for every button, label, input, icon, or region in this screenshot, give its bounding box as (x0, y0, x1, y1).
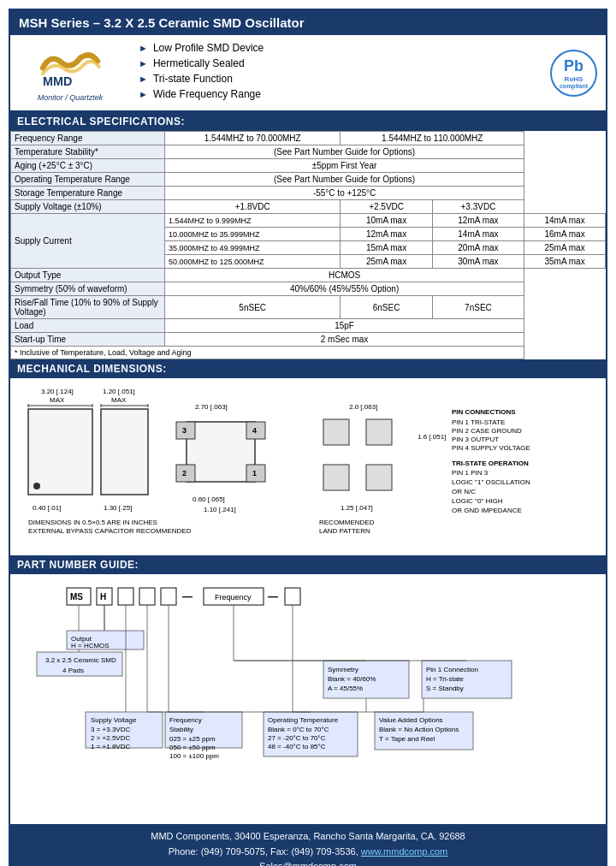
svg-rect-34 (323, 465, 349, 490)
svg-rect-56 (118, 588, 133, 605)
svg-text:OR N/C: OR N/C (452, 488, 476, 495)
svg-rect-11 (28, 409, 92, 495)
mmd-logo: MMD (36, 44, 104, 92)
svg-text:025 = ±25 ppm: 025 = ±25 ppm (169, 735, 216, 743)
bullet-icon: ► (139, 43, 148, 53)
svg-text:Stability: Stability (169, 726, 193, 733)
svg-text:1.6 [.051]: 1.6 [.051] (418, 433, 446, 441)
table-row: Symmetry (50% of waveform) 40%/60% (45%/… (11, 282, 606, 296)
svg-text:1 = +1.8VDC: 1 = +1.8VDC (91, 743, 130, 750)
svg-text:27 = -20°C to 70°C: 27 = -20°C to 70°C (268, 734, 326, 742)
svg-text:PIN 3    OUTPUT: PIN 3 OUTPUT (452, 436, 499, 443)
svg-text:Supply Voltage: Supply Voltage (91, 716, 137, 724)
svg-text:LOGIC "0"    HIGH: LOGIC "0" HIGH (452, 497, 503, 505)
pb-rohs-badge: Pb RoHS compliant (550, 50, 597, 97)
svg-text:MMD: MMD (43, 74, 72, 87)
table-row-note: * Inclusive of Temperature, Load, Voltag… (11, 347, 606, 359)
svg-text:1.20 [.051]: 1.20 [.051] (103, 388, 135, 395)
svg-text:DIMENSIONS IN 0.5×0.5 ARE IN I: DIMENSIONS IN 0.5×0.5 ARE IN INCHES (28, 519, 157, 526)
svg-text:—: — (268, 590, 278, 602)
svg-text:1.30 [.25]: 1.30 [.25] (104, 504, 132, 512)
svg-text:H = Tri-state: H = Tri-state (426, 675, 464, 683)
svg-text:1: 1 (252, 469, 257, 477)
svg-text:PIN 4    SUPPLY VOLTAGE: PIN 4 SUPPLY VOLTAGE (452, 444, 530, 452)
svg-text:0.60 [.065]: 0.60 [.065] (192, 495, 225, 503)
svg-text:PIN 1         PIN 3: PIN 1 PIN 3 (452, 469, 489, 477)
svg-text:LAND PATTERN: LAND PATTERN (319, 527, 370, 535)
svg-text:PIN 2    CASE GROUND: PIN 2 CASE GROUND (452, 427, 522, 435)
svg-text:Pin 1 Connection: Pin 1 Connection (426, 666, 478, 673)
svg-rect-33 (366, 419, 392, 445)
svg-text:Symmetry: Symmetry (328, 666, 358, 673)
svg-text:3.2 x 2.5 Ceramic SMD: 3.2 x 2.5 Ceramic SMD (45, 656, 116, 664)
svg-text:H: H (100, 592, 106, 602)
svg-text:Blank = No Action Options: Blank = No Action Options (379, 726, 459, 733)
company-email: Sales@mmdcomp.com (14, 859, 602, 866)
svg-text:—: — (182, 590, 192, 602)
table-row: Storage Temperature Range -55°C to +125°… (11, 187, 606, 200)
bullet-icon: ► (139, 89, 148, 99)
svg-text:RECOMMENDED: RECOMMENDED (319, 519, 375, 526)
svg-text:A = 45/55%: A = 45/55% (328, 685, 363, 692)
svg-rect-63 (285, 588, 300, 605)
footer-bar: MMD Components, 30400 Esperanza, Rancho … (10, 824, 606, 866)
svg-text:PIN CONNECTIONS: PIN CONNECTIONS (452, 408, 516, 416)
electrical-section-header: ELECTRICAL SPECIFICATIONS: (10, 112, 606, 131)
feature-item: ► Hermetically Sealed (139, 57, 550, 69)
table-row: Supply Voltage (±10%) +1.8VDC +2.5VDC +3… (11, 200, 606, 214)
svg-rect-35 (366, 465, 392, 490)
svg-text:4 Pads: 4 Pads (62, 667, 84, 674)
svg-text:1.10 [.241]: 1.10 [.241] (204, 506, 236, 513)
svg-text:100 = ±100 ppm: 100 = ±100 ppm (169, 752, 219, 760)
svg-text:3.20 [.124]: 3.20 [.124] (41, 388, 74, 395)
table-row: Frequency Range 1.544MHZ to 70.000MHZ 1.… (11, 132, 606, 145)
svg-text:Frequency: Frequency (169, 716, 202, 724)
svg-rect-18 (187, 422, 255, 482)
mechanical-diagram: 3.20 [.124] MAX 1.20 [.051] MAX 2.75 [.1… (15, 383, 606, 550)
electrical-specs-table: Frequency Range 1.544MHZ to 70.000MHZ 1.… (10, 131, 606, 359)
table-row: Supply Current 1.544MHZ to 9.999MHZ 10mA… (11, 214, 606, 228)
table-row: Temperature Stability* (See Part Number … (11, 145, 606, 159)
svg-text:H = HCMOS: H = HCMOS (71, 642, 110, 650)
part-number-diagram: MS H — Frequency — (15, 579, 606, 819)
svg-text:3: 3 (182, 426, 187, 435)
mechanical-section: 3.20 [.124] MAX 1.20 [.051] MAX 2.75 [.1… (10, 378, 606, 555)
svg-text:EXTERNAL BYPASS CAPACITOR RECO: EXTERNAL BYPASS CAPACITOR RECOMMENDED (28, 527, 192, 535)
part-guide-content: MS H — Frequency — (10, 574, 606, 824)
svg-text:0.40 [.01]: 0.40 [.01] (33, 504, 61, 512)
svg-text:MAX: MAX (50, 396, 65, 404)
mechanical-section-header: MECHANICAL DIMENSIONS: (10, 359, 606, 378)
svg-text:Value Added Options: Value Added Options (379, 716, 443, 724)
company-phone: Phone: (949) 709-5075, Fax: (949) 709-35… (14, 845, 602, 860)
feature-item: ► Tri-state Function (139, 73, 550, 85)
svg-point-12 (33, 483, 40, 489)
logo-subtitle: Monitor / Quartztek (38, 93, 104, 102)
svg-rect-32 (323, 419, 349, 445)
svg-text:Blank = 0°C to 70°C: Blank = 0°C to 70°C (268, 726, 329, 733)
features-list: ► Low Profile SMD Device ► Hermetically … (121, 42, 550, 104)
svg-rect-13 (101, 409, 148, 495)
svg-text:S = Standby: S = Standby (426, 685, 464, 692)
svg-rect-58 (161, 588, 176, 605)
svg-text:Blank = 40/60%: Blank = 40/60% (328, 675, 376, 683)
svg-text:T = Tape and Reel: T = Tape and Reel (379, 735, 435, 743)
table-row: Start-up Time 2 mSec max (11, 333, 606, 347)
bullet-icon: ► (139, 58, 148, 68)
table-row: Operating Temperature Range (See Part Nu… (11, 173, 606, 187)
table-row: Output Type HCMOS (11, 269, 606, 282)
logo-area: MMD Monitor / Quartztek (19, 44, 121, 102)
svg-text:MS: MS (70, 592, 83, 602)
svg-text:MAX: MAX (111, 396, 127, 404)
feature-item: ► Wide Frequency Range (139, 88, 550, 100)
header-content: MMD Monitor / Quartztek ► Low Profile SM… (10, 35, 606, 112)
svg-text:2.70 [.063]: 2.70 [.063] (195, 403, 228, 411)
svg-text:LOGIC "1"    OSCILLATION: LOGIC "1" OSCILLATION (452, 478, 530, 486)
svg-text:Operating Temperature: Operating Temperature (268, 716, 339, 724)
svg-text:PIN 1    TRI-STATE: PIN 1 TRI-STATE (452, 418, 505, 426)
svg-text:TRI-STATE OPERATION: TRI-STATE OPERATION (452, 460, 529, 467)
bullet-icon: ► (139, 74, 148, 84)
svg-rect-57 (139, 588, 155, 605)
company-address: MMD Components, 30400 Esperanza, Rancho … (14, 829, 602, 845)
feature-item: ► Low Profile SMD Device (139, 42, 550, 54)
page-title: MSH Series – 3.2 X 2.5 Ceramic SMD Oscil… (10, 10, 606, 35)
